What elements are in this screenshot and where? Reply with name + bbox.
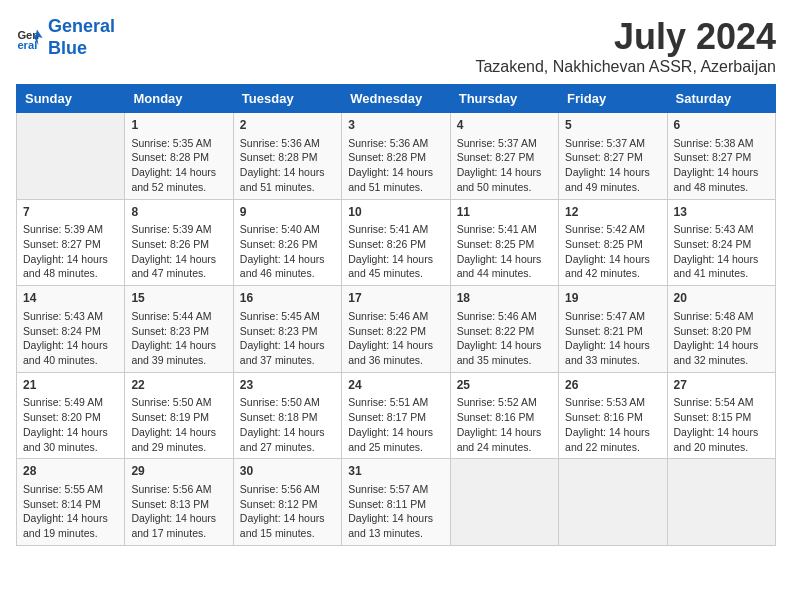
- calendar-cell: 26Sunrise: 5:53 AMSunset: 8:16 PMDayligh…: [559, 372, 667, 459]
- calendar-cell: 23Sunrise: 5:50 AMSunset: 8:18 PMDayligh…: [233, 372, 341, 459]
- day-info: Sunrise: 5:47 AMSunset: 8:21 PMDaylight:…: [565, 309, 660, 368]
- day-number: 3: [348, 117, 443, 134]
- day-number: 12: [565, 204, 660, 221]
- day-number: 1: [131, 117, 226, 134]
- day-number: 13: [674, 204, 769, 221]
- calendar-cell: 11Sunrise: 5:41 AMSunset: 8:25 PMDayligh…: [450, 199, 558, 286]
- calendar-cell: [17, 113, 125, 200]
- day-number: 14: [23, 290, 118, 307]
- main-title: July 2024: [475, 16, 776, 58]
- day-info: Sunrise: 5:45 AMSunset: 8:23 PMDaylight:…: [240, 309, 335, 368]
- calendar-week-row: 14Sunrise: 5:43 AMSunset: 8:24 PMDayligh…: [17, 286, 776, 373]
- day-number: 8: [131, 204, 226, 221]
- day-number: 24: [348, 377, 443, 394]
- calendar-cell: 12Sunrise: 5:42 AMSunset: 8:25 PMDayligh…: [559, 199, 667, 286]
- day-info: Sunrise: 5:50 AMSunset: 8:19 PMDaylight:…: [131, 395, 226, 454]
- logo-icon: Gen eral: [16, 24, 44, 52]
- logo: Gen eral General Blue: [16, 16, 115, 59]
- calendar-cell: 10Sunrise: 5:41 AMSunset: 8:26 PMDayligh…: [342, 199, 450, 286]
- subtitle: Tazakend, Nakhichevan ASSR, Azerbaijan: [475, 58, 776, 76]
- calendar-cell: 20Sunrise: 5:48 AMSunset: 8:20 PMDayligh…: [667, 286, 775, 373]
- day-info: Sunrise: 5:56 AMSunset: 8:12 PMDaylight:…: [240, 482, 335, 541]
- day-number: 29: [131, 463, 226, 480]
- logo-text: General Blue: [48, 16, 115, 59]
- day-number: 25: [457, 377, 552, 394]
- day-info: Sunrise: 5:56 AMSunset: 8:13 PMDaylight:…: [131, 482, 226, 541]
- day-info: Sunrise: 5:51 AMSunset: 8:17 PMDaylight:…: [348, 395, 443, 454]
- day-info: Sunrise: 5:48 AMSunset: 8:20 PMDaylight:…: [674, 309, 769, 368]
- calendar-cell: 30Sunrise: 5:56 AMSunset: 8:12 PMDayligh…: [233, 459, 341, 546]
- calendar-cell: 25Sunrise: 5:52 AMSunset: 8:16 PMDayligh…: [450, 372, 558, 459]
- day-header-wednesday: Wednesday: [342, 85, 450, 113]
- day-header-tuesday: Tuesday: [233, 85, 341, 113]
- day-number: 4: [457, 117, 552, 134]
- calendar-cell: 27Sunrise: 5:54 AMSunset: 8:15 PMDayligh…: [667, 372, 775, 459]
- day-info: Sunrise: 5:42 AMSunset: 8:25 PMDaylight:…: [565, 222, 660, 281]
- calendar-cell: 9Sunrise: 5:40 AMSunset: 8:26 PMDaylight…: [233, 199, 341, 286]
- day-number: 23: [240, 377, 335, 394]
- day-number: 7: [23, 204, 118, 221]
- day-number: 5: [565, 117, 660, 134]
- calendar-cell: 1Sunrise: 5:35 AMSunset: 8:28 PMDaylight…: [125, 113, 233, 200]
- day-number: 18: [457, 290, 552, 307]
- day-number: 28: [23, 463, 118, 480]
- day-info: Sunrise: 5:37 AMSunset: 8:27 PMDaylight:…: [457, 136, 552, 195]
- day-number: 22: [131, 377, 226, 394]
- day-number: 6: [674, 117, 769, 134]
- calendar-cell: 5Sunrise: 5:37 AMSunset: 8:27 PMDaylight…: [559, 113, 667, 200]
- day-info: Sunrise: 5:40 AMSunset: 8:26 PMDaylight:…: [240, 222, 335, 281]
- calendar-week-row: 7Sunrise: 5:39 AMSunset: 8:27 PMDaylight…: [17, 199, 776, 286]
- day-number: 30: [240, 463, 335, 480]
- calendar-cell: 17Sunrise: 5:46 AMSunset: 8:22 PMDayligh…: [342, 286, 450, 373]
- day-header-saturday: Saturday: [667, 85, 775, 113]
- calendar-cell: 24Sunrise: 5:51 AMSunset: 8:17 PMDayligh…: [342, 372, 450, 459]
- calendar-cell: 2Sunrise: 5:36 AMSunset: 8:28 PMDaylight…: [233, 113, 341, 200]
- day-info: Sunrise: 5:39 AMSunset: 8:27 PMDaylight:…: [23, 222, 118, 281]
- day-info: Sunrise: 5:38 AMSunset: 8:27 PMDaylight:…: [674, 136, 769, 195]
- day-info: Sunrise: 5:36 AMSunset: 8:28 PMDaylight:…: [240, 136, 335, 195]
- calendar-cell: 6Sunrise: 5:38 AMSunset: 8:27 PMDaylight…: [667, 113, 775, 200]
- day-number: 21: [23, 377, 118, 394]
- calendar-cell: [450, 459, 558, 546]
- calendar-week-row: 1Sunrise: 5:35 AMSunset: 8:28 PMDaylight…: [17, 113, 776, 200]
- calendar-cell: 28Sunrise: 5:55 AMSunset: 8:14 PMDayligh…: [17, 459, 125, 546]
- calendar-cell: 15Sunrise: 5:44 AMSunset: 8:23 PMDayligh…: [125, 286, 233, 373]
- calendar-cell: 16Sunrise: 5:45 AMSunset: 8:23 PMDayligh…: [233, 286, 341, 373]
- day-info: Sunrise: 5:52 AMSunset: 8:16 PMDaylight:…: [457, 395, 552, 454]
- day-info: Sunrise: 5:44 AMSunset: 8:23 PMDaylight:…: [131, 309, 226, 368]
- calendar-cell: 13Sunrise: 5:43 AMSunset: 8:24 PMDayligh…: [667, 199, 775, 286]
- calendar-cell: 4Sunrise: 5:37 AMSunset: 8:27 PMDaylight…: [450, 113, 558, 200]
- calendar-cell: 29Sunrise: 5:56 AMSunset: 8:13 PMDayligh…: [125, 459, 233, 546]
- day-number: 20: [674, 290, 769, 307]
- day-info: Sunrise: 5:46 AMSunset: 8:22 PMDaylight:…: [457, 309, 552, 368]
- calendar-body: 1Sunrise: 5:35 AMSunset: 8:28 PMDaylight…: [17, 113, 776, 546]
- calendar-week-row: 21Sunrise: 5:49 AMSunset: 8:20 PMDayligh…: [17, 372, 776, 459]
- calendar-cell: [667, 459, 775, 546]
- day-number: 31: [348, 463, 443, 480]
- calendar-cell: 22Sunrise: 5:50 AMSunset: 8:19 PMDayligh…: [125, 372, 233, 459]
- calendar-cell: 7Sunrise: 5:39 AMSunset: 8:27 PMDaylight…: [17, 199, 125, 286]
- calendar-cell: 8Sunrise: 5:39 AMSunset: 8:26 PMDaylight…: [125, 199, 233, 286]
- day-info: Sunrise: 5:41 AMSunset: 8:25 PMDaylight:…: [457, 222, 552, 281]
- day-info: Sunrise: 5:54 AMSunset: 8:15 PMDaylight:…: [674, 395, 769, 454]
- day-info: Sunrise: 5:50 AMSunset: 8:18 PMDaylight:…: [240, 395, 335, 454]
- day-info: Sunrise: 5:39 AMSunset: 8:26 PMDaylight:…: [131, 222, 226, 281]
- day-header-friday: Friday: [559, 85, 667, 113]
- day-header-sunday: Sunday: [17, 85, 125, 113]
- day-info: Sunrise: 5:49 AMSunset: 8:20 PMDaylight:…: [23, 395, 118, 454]
- calendar-cell: 14Sunrise: 5:43 AMSunset: 8:24 PMDayligh…: [17, 286, 125, 373]
- day-number: 2: [240, 117, 335, 134]
- title-area: July 2024 Tazakend, Nakhichevan ASSR, Az…: [475, 16, 776, 76]
- day-info: Sunrise: 5:36 AMSunset: 8:28 PMDaylight:…: [348, 136, 443, 195]
- day-info: Sunrise: 5:41 AMSunset: 8:26 PMDaylight:…: [348, 222, 443, 281]
- calendar-cell: 21Sunrise: 5:49 AMSunset: 8:20 PMDayligh…: [17, 372, 125, 459]
- calendar-cell: 3Sunrise: 5:36 AMSunset: 8:28 PMDaylight…: [342, 113, 450, 200]
- day-number: 17: [348, 290, 443, 307]
- day-number: 11: [457, 204, 552, 221]
- day-number: 16: [240, 290, 335, 307]
- calendar-cell: [559, 459, 667, 546]
- day-info: Sunrise: 5:46 AMSunset: 8:22 PMDaylight:…: [348, 309, 443, 368]
- calendar-week-row: 28Sunrise: 5:55 AMSunset: 8:14 PMDayligh…: [17, 459, 776, 546]
- calendar-table: SundayMondayTuesdayWednesdayThursdayFrid…: [16, 84, 776, 546]
- calendar-cell: 31Sunrise: 5:57 AMSunset: 8:11 PMDayligh…: [342, 459, 450, 546]
